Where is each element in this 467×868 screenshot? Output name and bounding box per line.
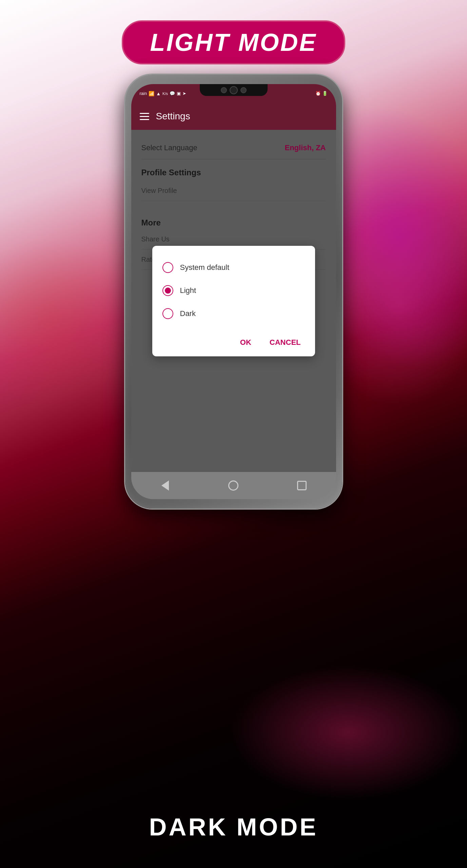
battery-icon: 🔋 [322,91,328,96]
app-header: Settings [131,103,336,130]
carrier-label: rain [140,91,147,96]
radio-label-system-default: System default [180,263,230,272]
camera-front [221,87,227,93]
dark-mode-label: DARK MODE [149,813,318,841]
recents-button[interactable] [295,479,309,492]
camera-sensor [240,87,247,93]
wifi-icon: ▲ [156,91,161,96]
phone-shell: rain 📶 ▲ K/s 💬 ▣ ➤ ⏰ 🔋 [125,75,342,509]
menu-button[interactable] [140,113,149,120]
camera-notch [200,84,268,96]
status-right: ⏰ 🔋 [315,91,328,96]
dialog-overlay[interactable]: System default Light Dark OK [131,130,336,472]
radio-dark[interactable]: Dark [162,302,305,325]
radio-circle-dark [162,308,173,319]
status-bar: rain 📶 ▲ K/s 💬 ▣ ➤ ⏰ 🔋 [131,84,336,103]
cancel-button[interactable]: CANCEL [266,335,305,350]
phone-screen: rain 📶 ▲ K/s 💬 ▣ ➤ ⏰ 🔋 [131,84,336,499]
radio-label-dark: Dark [180,309,196,318]
back-button[interactable] [158,479,172,492]
radio-circle-system-default [162,262,173,273]
whatsapp-icon: 💬 [170,91,175,96]
camera-main [230,86,238,94]
bg-wave-4 [230,665,467,800]
kb-indicator: K/s [162,92,168,96]
recents-icon [297,481,307,490]
radio-label-light: Light [180,286,196,295]
back-icon [161,480,169,491]
home-icon [228,480,238,491]
message-icon: ▣ [177,91,181,96]
radio-light[interactable]: Light [162,279,305,302]
ok-button[interactable]: OK [236,335,255,350]
radio-circle-light [162,285,173,296]
location-icon: ➤ [182,91,186,96]
home-button[interactable] [227,479,240,492]
theme-dialog: System default Light Dark OK [152,246,315,356]
signal-icon: 📶 [149,91,154,96]
status-left: rain 📶 ▲ K/s 💬 ▣ ➤ [140,91,186,96]
dialog-actions: OK CANCEL [162,329,305,350]
radio-system-default[interactable]: System default [162,256,305,279]
light-mode-label: LIGHT MODE [122,20,346,64]
bottom-navigation [131,472,336,499]
phone-device: rain 📶 ▲ K/s 💬 ▣ ➤ ⏰ 🔋 [125,75,342,509]
alarm-icon: ⏰ [315,91,321,96]
app-title: Settings [156,111,190,122]
